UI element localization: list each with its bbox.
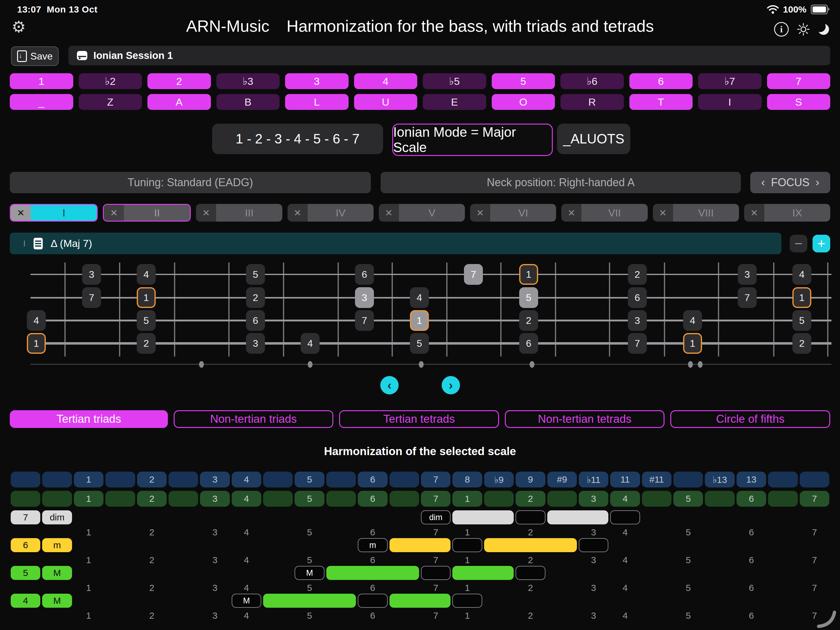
- chord-tone-6-0[interactable]: [452, 538, 482, 552]
- fret-note-4[interactable]: 4: [27, 310, 46, 331]
- focus-button[interactable]: ‹ FOCUS ›: [750, 172, 830, 193]
- letter-button-U[interactable]: U: [354, 94, 418, 110]
- fret-note-7[interactable]: 7: [628, 333, 647, 354]
- fret-note-4[interactable]: 4: [793, 264, 811, 285]
- chord-tone-5-1[interactable]: [516, 566, 545, 580]
- chord-tone-7-1[interactable]: [610, 510, 640, 524]
- degree-button-5[interactable]: 5: [492, 73, 555, 89]
- degree-button-2[interactable]: 2: [147, 73, 211, 89]
- fret-note-3[interactable]: 3: [355, 287, 374, 308]
- chord-quality-7[interactable]: dim: [42, 510, 72, 524]
- degree-button-♭5[interactable]: ♭5: [423, 73, 486, 89]
- chord-tone-4-0[interactable]: [358, 594, 387, 608]
- chord-bar-segment-7-1[interactable]: [547, 510, 609, 524]
- fret-note-1[interactable]: 1: [27, 333, 46, 354]
- remove-chord-button[interactable]: −: [789, 235, 807, 253]
- letters-word-button[interactable]: _ALUOTS: [557, 124, 630, 154]
- fret-note-1[interactable]: 1: [519, 264, 538, 285]
- chord-tone-4-1[interactable]: [452, 594, 482, 608]
- fret-note-5[interactable]: 5: [793, 310, 811, 331]
- degree-button-3[interactable]: 3: [285, 73, 349, 89]
- tab-non-tertian-triads[interactable]: Non-tertian triads: [174, 410, 334, 428]
- letter-button-L[interactable]: L: [285, 94, 349, 110]
- fret-note-6[interactable]: 6: [628, 287, 647, 308]
- chord-bar-segment-7-0[interactable]: [452, 510, 514, 524]
- tab-tertian-tetrads[interactable]: Tertian tetrads: [339, 410, 499, 428]
- fret-note-3[interactable]: 3: [628, 310, 647, 331]
- chord-degree-5[interactable]: 5: [11, 566, 40, 580]
- close-icon[interactable]: ✕: [11, 205, 31, 221]
- position-tab-VI[interactable]: ✕VI: [470, 204, 556, 222]
- fret-note-2[interactable]: 2: [628, 264, 647, 285]
- fret-note-3[interactable]: 3: [82, 264, 101, 285]
- chord-bar-segment-4-0[interactable]: [263, 594, 356, 608]
- letter-button-B[interactable]: B: [216, 94, 280, 110]
- fret-note-2[interactable]: 2: [137, 333, 156, 354]
- fret-note-1[interactable]: 1: [793, 287, 811, 308]
- degree-button-7[interactable]: 7: [767, 73, 831, 89]
- chord-quality-6[interactable]: m: [42, 538, 72, 552]
- fret-note-2[interactable]: 2: [793, 333, 811, 354]
- chord-bar-segment-5-0[interactable]: [326, 566, 419, 580]
- chord-bar-segment-4-1[interactable]: [390, 594, 451, 608]
- chord-tone-5-0[interactable]: [421, 566, 450, 580]
- fret-note-4[interactable]: 4: [683, 310, 702, 331]
- fret-note-5[interactable]: 5: [410, 333, 429, 354]
- degree-button-♭6[interactable]: ♭6: [561, 73, 624, 89]
- chord-bar[interactable]: I Δ (Maj 7): [10, 232, 782, 254]
- position-tab-V[interactable]: ✕V: [379, 204, 465, 222]
- fret-note-6[interactable]: 6: [519, 333, 538, 354]
- position-tab-IX[interactable]: ✕IX: [744, 204, 830, 222]
- fret-note-4[interactable]: 4: [301, 333, 320, 354]
- fret-note-4[interactable]: 4: [137, 264, 156, 285]
- close-icon[interactable]: ✕: [379, 204, 399, 222]
- fret-note-5[interactable]: 5: [137, 310, 156, 331]
- fret-note-7[interactable]: 7: [464, 264, 483, 285]
- degree-button-♭3[interactable]: ♭3: [216, 73, 280, 89]
- letter-button-R[interactable]: R: [561, 94, 624, 110]
- session-field[interactable]: Ionian Session 1: [68, 46, 830, 65]
- add-chord-button[interactable]: +: [813, 235, 830, 253]
- degree-button-1[interactable]: 1: [10, 73, 73, 89]
- chord-root-5[interactable]: M: [295, 566, 324, 580]
- save-button[interactable]: Save: [11, 46, 58, 66]
- degree-button-♭7[interactable]: ♭7: [698, 73, 761, 89]
- position-tab-I[interactable]: ✕I: [10, 204, 98, 222]
- fret-note-3[interactable]: 3: [738, 264, 757, 285]
- tab-non-tertian-tetrads[interactable]: Non-tertian tetrads: [505, 410, 665, 428]
- fretboard-scroll-track[interactable]: [30, 364, 831, 365]
- focus-prev-icon[interactable]: ‹: [761, 176, 765, 189]
- letter-button-Z[interactable]: Z: [79, 94, 142, 110]
- chord-tone-6-1[interactable]: [579, 538, 608, 552]
- letter-button-A[interactable]: A: [147, 94, 211, 110]
- fret-note-2[interactable]: 2: [519, 310, 538, 331]
- chord-bar-segment-6-1[interactable]: [484, 538, 577, 552]
- prev-position-button[interactable]: ‹: [381, 376, 399, 394]
- chord-degree-4[interactable]: 4: [11, 594, 40, 608]
- fret-note-5[interactable]: 5: [519, 287, 538, 308]
- letter-button-I[interactable]: I: [698, 94, 761, 110]
- chord-quality-4[interactable]: M: [42, 594, 72, 608]
- chord-bar-segment-5-1[interactable]: [452, 566, 514, 580]
- fret-note-7[interactable]: 7: [738, 287, 757, 308]
- fret-note-6[interactable]: 6: [246, 310, 265, 331]
- mode-name-button[interactable]: Ionian Mode = Major Scale: [392, 124, 553, 156]
- light-mode-icon[interactable]: [797, 22, 810, 36]
- chord-degree-7[interactable]: 7: [11, 510, 40, 524]
- tuning-button[interactable]: Tuning: Standard (EADG): [10, 172, 371, 193]
- fret-note-5[interactable]: 5: [246, 264, 265, 285]
- letter-button-S[interactable]: S: [767, 94, 831, 110]
- close-icon[interactable]: ✕: [744, 204, 764, 222]
- chord-bar-segment-6-0[interactable]: [390, 538, 451, 552]
- chord-quality-5[interactable]: M: [42, 566, 72, 580]
- close-icon[interactable]: ✕: [287, 204, 308, 222]
- neck-position-button[interactable]: Neck position: Right-handed A: [381, 172, 741, 193]
- info-icon[interactable]: i: [774, 22, 789, 36]
- position-tab-VIII[interactable]: ✕VIII: [653, 204, 739, 222]
- chord-root-7[interactable]: dim: [421, 510, 450, 524]
- fret-note-1[interactable]: 1: [683, 333, 702, 354]
- close-icon[interactable]: ✕: [196, 204, 216, 222]
- letter-button-T[interactable]: T: [629, 94, 693, 110]
- position-tab-III[interactable]: ✕III: [196, 204, 282, 222]
- degree-button-♭2[interactable]: ♭2: [79, 73, 142, 89]
